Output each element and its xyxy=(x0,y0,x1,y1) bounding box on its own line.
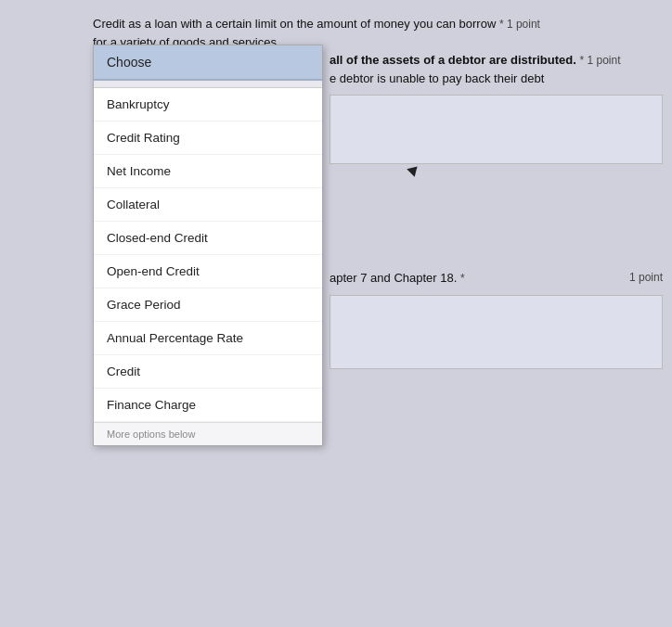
dropdown-item-annual-percentage-rate[interactable]: Annual Percentage Rate xyxy=(94,322,322,355)
answer-box-2 xyxy=(330,295,663,369)
dropdown-menu: Choose Bankruptcy Credit Rating Net Inco… xyxy=(93,45,323,446)
dropdown-item-closed-end-credit[interactable]: Closed-end Credit xyxy=(94,222,322,255)
dropdown-item-finance-charge[interactable]: Finance Charge xyxy=(94,389,322,422)
dropdown-divider xyxy=(94,81,322,88)
dropdown-item-credit[interactable]: Credit xyxy=(94,355,322,389)
right-points-1: * 1 point xyxy=(579,54,620,67)
dropdown-item-grace-period[interactable]: Grace Period xyxy=(94,288,322,322)
answer-box-1 xyxy=(330,95,663,164)
cursor-icon xyxy=(407,162,421,177)
dropdown-footer: More options below xyxy=(94,422,322,445)
dropdown-footer-label: More options below xyxy=(107,429,195,440)
dropdown-item-collateral[interactable]: Collateral xyxy=(94,188,322,222)
right-text-1: all of the assets of a debtor are distri… xyxy=(330,51,621,87)
page-container: Credit as a loan with a certain limit on… xyxy=(0,0,672,627)
content-area: Credit as a loan with a certain limit on… xyxy=(0,0,672,51)
dropdown-item-bankruptcy[interactable]: Bankruptcy xyxy=(94,88,322,122)
right-points-3: 1 point xyxy=(629,269,663,286)
right-panel-bottom: apter 7 and Chapter 18. * 1 point xyxy=(330,269,663,369)
question-text-main: Credit as a loan with a certain limit on… xyxy=(93,17,496,31)
right-panel-top: all of the assets of a debtor are distri… xyxy=(330,51,663,164)
right-text-3: apter 7 and Chapter 18. * xyxy=(330,269,465,288)
dropdown-item-net-income[interactable]: Net Income xyxy=(94,155,322,188)
right-text-bold-1: all of the assets of a debtor are distri… xyxy=(330,53,576,67)
points-indicator: * 1 point xyxy=(499,18,540,31)
dropdown-header[interactable]: Choose xyxy=(94,45,322,81)
right-text-2: e debtor is unable to pay back their deb… xyxy=(330,71,544,85)
dropdown-header-label: Choose xyxy=(107,55,151,70)
dropdown-item-credit-rating[interactable]: Credit Rating xyxy=(94,122,322,155)
dropdown-item-open-end-credit[interactable]: Open-end Credit xyxy=(94,255,322,288)
